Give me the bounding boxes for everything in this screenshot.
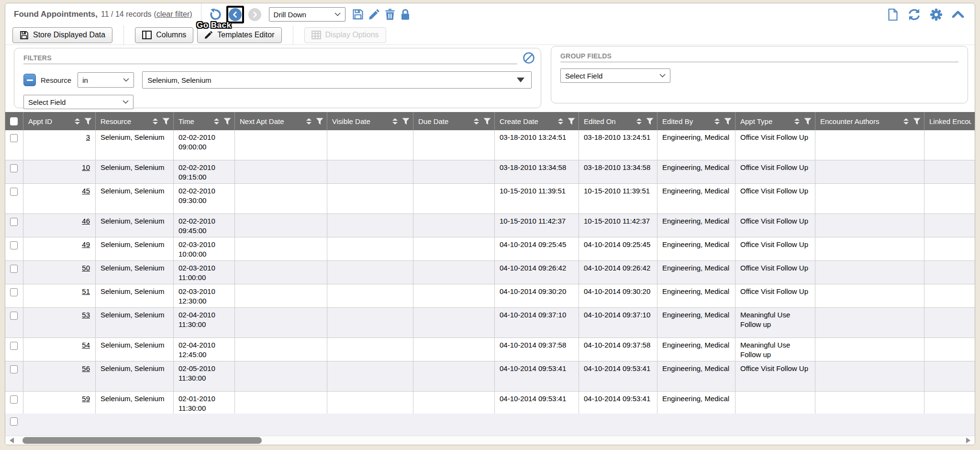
clear-filter-link[interactable]: (clear filter) (154, 10, 192, 19)
filter-value: Selenium, Selenium (147, 76, 211, 84)
next-apt-date-cell (235, 261, 327, 284)
column-header[interactable]: Resource (96, 112, 174, 130)
create-date-cell: 04-10-2014 09:26:42 (495, 261, 579, 284)
sort-icon[interactable] (213, 118, 220, 125)
scroll-left-arrow[interactable] (10, 438, 14, 443)
select-all-checkbox[interactable] (10, 117, 18, 125)
sort-icon[interactable] (557, 118, 564, 125)
row-checkbox[interactable] (10, 342, 18, 350)
time-cell: 02-05-2010 11:30:00 (174, 361, 235, 391)
settings-icon[interactable] (930, 8, 943, 21)
column-header[interactable]: Create Date (495, 112, 579, 130)
filter-icon[interactable] (724, 118, 732, 125)
dropdown-caret-icon (517, 78, 524, 82)
appt-id-link[interactable]: 46 (82, 217, 90, 225)
filter-icon[interactable] (402, 118, 410, 125)
edit-icon[interactable] (368, 9, 380, 20)
filter-icon[interactable] (913, 118, 921, 125)
appt-id-link[interactable]: 49 (82, 240, 90, 248)
go-back-button[interactable] (229, 8, 242, 21)
visible-date-cell (327, 284, 413, 307)
column-header[interactable]: Visible Date (327, 112, 413, 130)
linked-encounters-cell (924, 308, 975, 338)
display-options-button[interactable]: Display Options (304, 27, 386, 43)
column-header[interactable]: Edited By (657, 112, 735, 130)
column-header[interactable]: Appt Type (735, 112, 815, 130)
templates-editor-label: Templates Editor (217, 31, 274, 39)
lock-icon[interactable] (400, 9, 411, 20)
clear-filters-icon[interactable] (523, 52, 535, 66)
sort-icon[interactable] (473, 118, 479, 125)
column-header[interactable]: Edited On (579, 112, 657, 130)
next-apt-date-cell (235, 392, 327, 414)
undo-icon[interactable] (208, 8, 222, 21)
appt-id-link[interactable]: 45 (82, 187, 90, 195)
new-document-icon[interactable] (887, 8, 899, 21)
resource-cell: Selenium, Selenium (96, 237, 174, 260)
sort-icon[interactable] (903, 118, 909, 125)
column-header[interactable]: Due Date (413, 112, 495, 130)
row-checkbox[interactable] (10, 265, 18, 273)
column-header[interactable]: Time (174, 112, 235, 130)
sort-icon[interactable] (636, 118, 642, 125)
group-fields-select-field[interactable]: Select Field (560, 68, 670, 83)
sort-icon[interactable] (392, 118, 398, 125)
row-checkbox[interactable] (10, 288, 18, 296)
columns-button[interactable]: Columns (135, 27, 193, 43)
appt-id-link[interactable]: 59 (82, 394, 90, 403)
filter-icon[interactable] (223, 118, 231, 125)
column-header[interactable]: Appt ID (23, 112, 96, 130)
row-checkbox[interactable] (10, 312, 18, 320)
row-checkbox[interactable] (10, 188, 18, 196)
column-label: Time (178, 117, 213, 125)
sort-icon[interactable] (74, 118, 80, 125)
view-select[interactable]: Drill Down (269, 7, 345, 22)
filter-icon[interactable] (646, 118, 654, 125)
store-displayed-data-button[interactable]: Store Displayed Data (12, 27, 112, 43)
scrollbar-thumb[interactable] (22, 437, 262, 444)
filter-operator-select[interactable]: in (78, 72, 134, 88)
row-checkbox[interactable] (10, 241, 18, 249)
horizontal-scrollbar[interactable] (5, 436, 975, 445)
filter-icon[interactable] (84, 118, 92, 125)
filter-icon[interactable] (162, 118, 170, 125)
row-checkbox[interactable] (10, 395, 18, 404)
filter-icon[interactable] (483, 118, 491, 125)
appt-id-link[interactable]: 51 (82, 287, 90, 295)
filter-value-combobox[interactable]: Selenium, Selenium (142, 71, 532, 89)
filter-icon[interactable] (568, 118, 575, 125)
column-header[interactable]: Linked Encounters (924, 112, 975, 130)
row-checkbox[interactable] (10, 134, 18, 142)
save-icon[interactable] (352, 9, 364, 20)
sort-icon[interactable] (306, 118, 312, 125)
filter-icon[interactable] (804, 118, 812, 125)
row-checkbox[interactable] (10, 417, 18, 426)
row-checkbox[interactable] (10, 218, 18, 226)
scroll-right-arrow[interactable] (966, 438, 970, 443)
sort-icon[interactable] (152, 118, 158, 125)
row-checkbox[interactable] (10, 365, 18, 373)
encounter-authors-cell (815, 214, 924, 237)
refresh-icon[interactable] (908, 9, 921, 21)
column-header[interactable]: Encounter Authors (815, 112, 924, 130)
appt-id-link[interactable]: 10 (82, 163, 90, 171)
appt-id-link[interactable]: 3 (86, 133, 90, 141)
column-header[interactable]: Next Apt Date (235, 112, 327, 130)
sort-icon[interactable] (794, 118, 800, 125)
filter-icon[interactable] (316, 118, 323, 125)
delete-icon[interactable] (385, 9, 395, 20)
row-checkbox-cell (5, 308, 23, 338)
sort-icon[interactable] (714, 118, 720, 125)
edited-on-cell: 04-10-2014 09:37:58 (579, 338, 657, 361)
go-forward-button[interactable] (248, 8, 261, 21)
collapse-icon[interactable] (952, 11, 964, 18)
appt-id-link[interactable]: 56 (82, 364, 90, 372)
appt-id-link[interactable]: 54 (82, 341, 90, 349)
row-checkbox[interactable] (10, 164, 18, 172)
filters-select-field[interactable]: Select Field (23, 95, 134, 109)
appt-id-link[interactable]: 53 (82, 311, 90, 319)
appt-id-link[interactable]: 50 (82, 264, 90, 272)
buttonbar-divider (293, 25, 293, 45)
remove-filter-button[interactable] (23, 74, 36, 86)
visible-date-cell (327, 392, 413, 414)
